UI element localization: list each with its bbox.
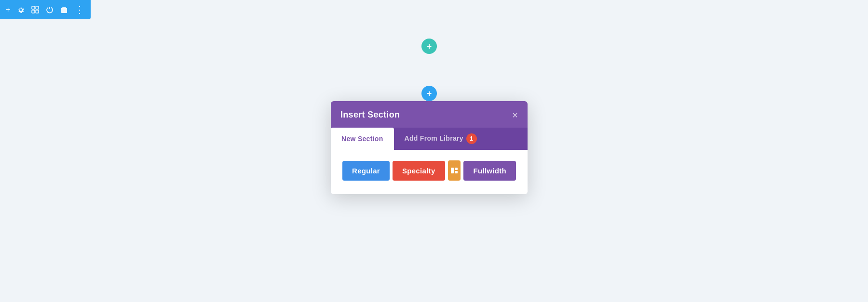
modal-close-button[interactable]: × [512, 110, 518, 120]
power-icon[interactable] [46, 6, 54, 13]
svg-rect-5 [455, 168, 458, 170]
svg-rect-6 [455, 171, 458, 173]
tab-new-section[interactable]: New Section [331, 128, 394, 150]
toolbar: + ⋮ [0, 0, 91, 19]
add-icon[interactable]: + [6, 5, 10, 14]
modal-title: Insert Section [340, 110, 400, 120]
svg-rect-0 [32, 6, 35, 9]
library-badge: 1 [466, 133, 477, 144]
specialty-layout-icon [450, 167, 458, 174]
svg-rect-2 [32, 10, 35, 13]
expand-icon[interactable] [31, 6, 39, 13]
fullwidth-section-button[interactable]: Fullwidth [463, 161, 516, 181]
tab-library-label: Add From Library [405, 134, 463, 142]
svg-rect-1 [36, 6, 39, 9]
add-section-bottom-button[interactable]: + [421, 86, 437, 101]
more-options-icon[interactable]: ⋮ [75, 4, 85, 15]
specialty-icon-button[interactable] [448, 160, 461, 181]
modal-header: Insert Section × [331, 101, 528, 128]
svg-rect-3 [36, 10, 39, 13]
svg-rect-4 [451, 168, 454, 173]
trash-icon[interactable] [60, 6, 68, 13]
add-section-top-button[interactable]: + [421, 39, 437, 54]
modal-tabs: New Section Add From Library1 [331, 128, 528, 150]
insert-section-modal: Insert Section × New Section Add From Li… [331, 101, 528, 194]
regular-section-button[interactable]: Regular [342, 161, 390, 181]
tab-add-from-library[interactable]: Add From Library1 [394, 128, 488, 150]
modal-body: Regular Specialty Fullwidth [331, 150, 528, 194]
specialty-section-button[interactable]: Specialty [393, 161, 445, 181]
settings-icon[interactable] [17, 6, 25, 13]
